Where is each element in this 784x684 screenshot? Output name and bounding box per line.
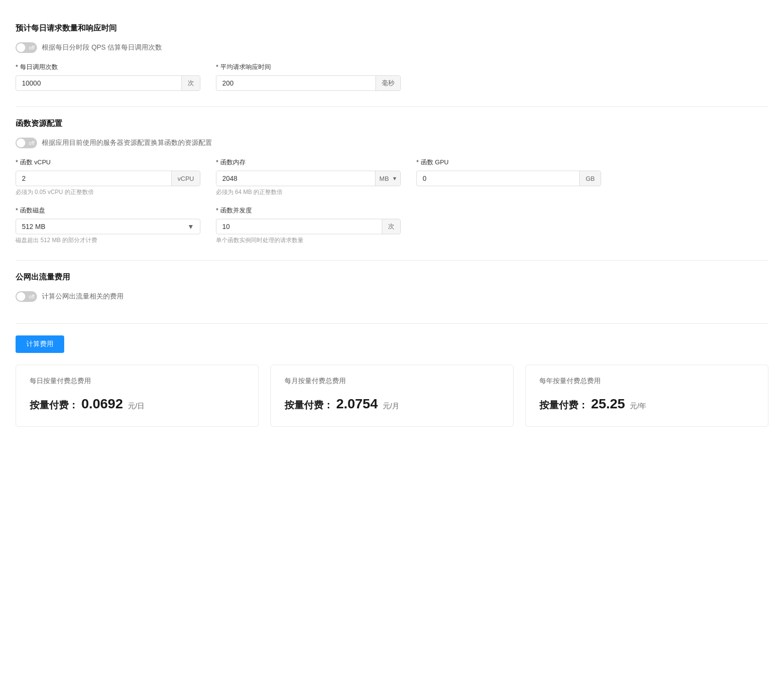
memory-unit-select[interactable]: MB GB xyxy=(375,172,401,186)
function-resource-toggle-desc: 根据应用目前使用的服务器资源配置换算函数的资源配置 xyxy=(42,139,212,147)
toggle-off-label: off xyxy=(29,45,35,51)
vcpu-input[interactable] xyxy=(16,171,171,186)
disk-hint: 磁盘超出 512 MB 的部分才计费 xyxy=(16,236,200,245)
toggle-knob-2 xyxy=(17,139,25,147)
gpu-input[interactable] xyxy=(417,171,579,186)
yearly-result-unit: 元/年 xyxy=(630,402,646,410)
network-egress-toggle-row: off 计算公网出流量相关的费用 xyxy=(16,291,768,302)
daily-result-title: 每日按量付费总费用 xyxy=(30,377,245,386)
daily-request-form-row: * 每日调用次数 次 * 平均请求响应时间 毫秒 xyxy=(16,63,768,91)
function-resource-title: 函数资源配置 xyxy=(16,119,768,129)
yearly-result-value: 按量付费： 25.25 元/年 xyxy=(539,395,754,413)
monthly-result-title: 每月按量付费总费用 xyxy=(285,377,499,386)
network-egress-toggle-desc: 计算公网出流量相关的费用 xyxy=(42,292,124,301)
daily-request-toggle-desc: 根据每日分时段 QPS 估算每日调用次数 xyxy=(42,43,162,52)
memory-group: * 函数内存 MB GB ▼ 必须为 64 MB 的正整数倍 xyxy=(216,158,401,196)
monthly-result-value: 按量付费： 2.0754 元/月 xyxy=(285,395,499,413)
function-resource-section: 函数资源配置 off 根据应用目前使用的服务器资源配置换算函数的资源配置 * 函… xyxy=(16,107,768,261)
concurrency-label: * 函数并发度 xyxy=(216,206,401,215)
gpu-label: * 函数 GPU xyxy=(416,158,601,167)
daily-result-unit: 元/日 xyxy=(128,402,144,410)
daily-result-value: 按量付费： 0.0692 元/日 xyxy=(30,395,245,413)
daily-result-label: 按量付费： xyxy=(30,400,78,410)
daily-request-title: 预计每日请求数量和响应时间 xyxy=(16,23,768,34)
concurrency-group: * 函数并发度 次 单个函数实例同时处理的请求数量 xyxy=(216,206,401,245)
memory-input[interactable] xyxy=(216,171,375,186)
avg-response-group: * 平均请求响应时间 毫秒 xyxy=(216,63,401,91)
daily-calls-input[interactable] xyxy=(16,76,181,90)
concurrency-input-wrapper: 次 xyxy=(216,219,401,234)
monthly-result-unit: 元/月 xyxy=(383,402,399,410)
monthly-result-label: 按量付费： xyxy=(285,400,333,410)
vcpu-suffix: vCPU xyxy=(171,171,200,186)
gpu-group: * 函数 GPU GB xyxy=(416,158,601,196)
vcpu-hint: 必须为 0.05 vCPU 的正整数倍 xyxy=(16,188,200,196)
yearly-result-label: 按量付费： xyxy=(539,400,588,410)
avg-response-input[interactable] xyxy=(216,76,375,90)
daily-calls-label: * 每日调用次数 xyxy=(16,63,200,71)
daily-request-section: 预计每日请求数量和响应时间 off 根据每日分时段 QPS 估算每日调用次数 *… xyxy=(16,12,768,107)
result-cards-container: 每日按量付费总费用 按量付费： 0.0692 元/日 每月按量付费总费用 按量付… xyxy=(16,365,768,427)
daily-request-toggle[interactable]: off xyxy=(16,42,37,53)
memory-hint: 必须为 64 MB 的正整数倍 xyxy=(216,188,401,196)
monthly-result-number: 2.0754 xyxy=(336,396,378,411)
function-resource-toggle[interactable]: off xyxy=(16,138,37,148)
function-resource-row1: * 函数 vCPU vCPU 必须为 0.05 vCPU 的正整数倍 * 函数内… xyxy=(16,158,768,196)
daily-result-card: 每日按量付费总费用 按量付费： 0.0692 元/日 xyxy=(16,365,259,427)
avg-response-input-wrapper: 毫秒 xyxy=(216,75,401,91)
concurrency-hint: 单个函数实例同时处理的请求数量 xyxy=(216,236,401,245)
avg-response-suffix: 毫秒 xyxy=(375,76,400,90)
disk-label: * 函数磁盘 xyxy=(16,206,200,215)
gpu-suffix: GB xyxy=(579,171,601,186)
toggle-knob-3 xyxy=(17,292,25,301)
disk-group: * 函数磁盘 512 MB 1 GB 2 GB 4 GB ▼ 磁盘超出 512 … xyxy=(16,206,200,245)
network-egress-toggle[interactable]: off xyxy=(16,291,37,302)
daily-calls-input-wrapper: 次 xyxy=(16,75,200,91)
memory-label: * 函数内存 xyxy=(216,158,401,167)
avg-response-label: * 平均请求响应时间 xyxy=(216,63,401,71)
network-egress-title: 公网出流量费用 xyxy=(16,272,768,282)
disk-chevron-icon: ▼ xyxy=(181,219,200,234)
gpu-input-wrapper: GB xyxy=(416,171,601,186)
daily-calls-group: * 每日调用次数 次 xyxy=(16,63,200,91)
function-resource-toggle-row: off 根据应用目前使用的服务器资源配置换算函数的资源配置 xyxy=(16,138,768,148)
memory-input-wrapper: MB GB ▼ xyxy=(216,171,401,186)
calc-button[interactable]: 计算费用 xyxy=(16,335,64,353)
vcpu-input-wrapper: vCPU xyxy=(16,171,200,186)
monthly-result-card: 每月按量付费总费用 按量付费： 2.0754 元/月 xyxy=(270,365,514,427)
toggle-off-label-2: off xyxy=(29,140,35,146)
daily-result-number: 0.0692 xyxy=(81,396,123,411)
toggle-knob xyxy=(17,43,25,52)
vcpu-label: * 函数 vCPU xyxy=(16,158,200,167)
toggle-off-label-3: off xyxy=(29,294,35,299)
function-resource-row2: * 函数磁盘 512 MB 1 GB 2 GB 4 GB ▼ 磁盘超出 512 … xyxy=(16,206,768,245)
disk-select[interactable]: 512 MB 1 GB 2 GB 4 GB xyxy=(16,219,181,234)
concurrency-input[interactable] xyxy=(216,219,382,234)
yearly-result-card: 每年按量付费总费用 按量付费： 25.25 元/年 xyxy=(525,365,768,427)
yearly-result-title: 每年按量付费总费用 xyxy=(539,377,754,386)
daily-calls-suffix: 次 xyxy=(181,76,200,90)
network-egress-section: 公网出流量费用 off 计算公网出流量相关的费用 xyxy=(16,261,768,324)
vcpu-group: * 函数 vCPU vCPU 必须为 0.05 vCPU 的正整数倍 xyxy=(16,158,200,196)
daily-request-toggle-row: off 根据每日分时段 QPS 估算每日调用次数 xyxy=(16,42,768,53)
yearly-result-number: 25.25 xyxy=(591,396,625,411)
concurrency-suffix: 次 xyxy=(382,219,400,234)
disk-select-wrapper: 512 MB 1 GB 2 GB 4 GB ▼ xyxy=(16,219,200,234)
